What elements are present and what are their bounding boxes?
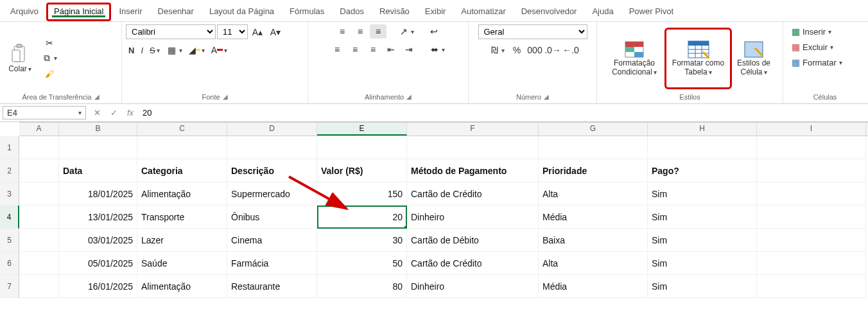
- column-header[interactable]: G: [539, 123, 648, 136]
- cell[interactable]: [539, 136, 648, 159]
- column-header[interactable]: D: [227, 123, 317, 136]
- insert-function-button[interactable]: fx: [122, 108, 139, 118]
- cell[interactable]: Restaurante: [227, 275, 317, 298]
- cell[interactable]: Baixa: [539, 229, 648, 252]
- insert-cells-button[interactable]: ▦Inserir▾: [787, 24, 834, 39]
- cell[interactable]: Dinheiro: [407, 275, 539, 298]
- align-left-button[interactable]: ≡: [329, 42, 345, 57]
- cell[interactable]: Cartão de Crédito: [407, 252, 539, 275]
- paste-button[interactable]: Colar▾: [4, 31, 36, 86]
- cell[interactable]: Supermercado: [227, 182, 317, 206]
- percent-button[interactable]: %: [508, 43, 525, 57]
- merge-center-button[interactable]: ⬌▾: [426, 42, 447, 57]
- italic-button[interactable]: I: [138, 44, 146, 57]
- cell[interactable]: [59, 136, 137, 159]
- bold-button[interactable]: N: [126, 44, 137, 57]
- cell[interactable]: [648, 136, 757, 159]
- dialog-launcher-icon[interactable]: ◢: [544, 93, 549, 101]
- cell[interactable]: [19, 252, 59, 275]
- tab-power-pivot[interactable]: Power Pivot: [621, 3, 681, 21]
- underline-button[interactable]: S▾: [147, 44, 162, 57]
- cell[interactable]: [227, 136, 317, 159]
- conditional-formatting-button[interactable]: Formatação Condicional▾: [607, 31, 662, 86]
- column-headers[interactable]: ABCDEFGHI: [19, 122, 868, 136]
- decrease-indent-button[interactable]: ⇤: [383, 42, 399, 57]
- cell[interactable]: 80: [317, 275, 407, 298]
- row-header[interactable]: 6: [0, 252, 19, 275]
- cell[interactable]: [757, 182, 866, 206]
- copy-button[interactable]: ⧉▾: [39, 51, 60, 66]
- format-cells-button[interactable]: ▦Formatar▾: [787, 55, 845, 69]
- align-center-button[interactable]: ≡: [347, 42, 363, 57]
- cell[interactable]: Valor (R$): [317, 159, 407, 182]
- cell[interactable]: Data: [59, 159, 137, 182]
- row-header[interactable]: 3: [0, 182, 19, 206]
- formula-input[interactable]: [139, 107, 868, 119]
- orientation-button[interactable]: ↗▾: [395, 24, 417, 39]
- tab-automatizar[interactable]: Automatizar: [453, 3, 513, 21]
- cell[interactable]: Sim: [648, 229, 757, 252]
- cell[interactable]: Sim: [648, 182, 757, 206]
- cell[interactable]: [19, 136, 59, 159]
- cell[interactable]: Farmácia: [227, 252, 317, 275]
- column-header[interactable]: A: [19, 123, 59, 136]
- cell[interactable]: Cartão de Débito: [407, 229, 539, 252]
- cell[interactable]: [757, 252, 866, 275]
- cell[interactable]: Alimentação: [137, 182, 227, 206]
- cell[interactable]: Alta: [539, 182, 648, 206]
- cut-button[interactable]: ✂: [39, 36, 60, 50]
- confirm-edit-button[interactable]: ✓: [105, 108, 122, 118]
- row-header[interactable]: 4: [0, 206, 19, 229]
- cell[interactable]: [137, 136, 227, 159]
- number-format-combo[interactable]: Geral: [478, 24, 587, 39]
- column-header[interactable]: C: [137, 123, 227, 136]
- align-bottom-button[interactable]: ≡: [370, 24, 386, 39]
- cell[interactable]: Alta: [539, 252, 648, 275]
- cell[interactable]: Descrição: [227, 159, 317, 182]
- row-header[interactable]: 1: [0, 136, 19, 159]
- cell[interactable]: [317, 136, 407, 159]
- cell[interactable]: [757, 275, 866, 298]
- row-header[interactable]: 7: [0, 275, 19, 298]
- dialog-launcher-icon[interactable]: ◢: [94, 93, 100, 101]
- tab-ajuda[interactable]: Ajuda: [584, 3, 621, 21]
- column-header[interactable]: H: [648, 123, 757, 136]
- column-header[interactable]: E: [317, 123, 407, 136]
- column-header[interactable]: I: [757, 123, 866, 136]
- fill-color-button[interactable]: ◢▾: [186, 43, 207, 57]
- column-header[interactable]: B: [59, 123, 137, 136]
- increase-indent-button[interactable]: ⇥: [401, 42, 417, 57]
- font-color-button[interactable]: A▾: [209, 43, 230, 57]
- cell[interactable]: 150: [317, 182, 407, 206]
- cell[interactable]: 16/01/2025: [59, 275, 137, 298]
- cell[interactable]: [19, 275, 59, 298]
- cell[interactable]: Sim: [648, 275, 757, 298]
- cancel-edit-button[interactable]: ✕: [89, 108, 105, 118]
- name-box[interactable]: E4▾: [3, 106, 86, 119]
- cell[interactable]: 20: [317, 206, 407, 229]
- cell[interactable]: 18/01/2025: [59, 182, 137, 206]
- tab-revisão[interactable]: Revisão: [372, 3, 417, 21]
- tab-dados[interactable]: Dados: [332, 3, 372, 21]
- cell[interactable]: [19, 206, 59, 229]
- cell[interactable]: Lazer: [137, 229, 227, 252]
- increase-font-button[interactable]: A▴: [249, 25, 266, 39]
- cell[interactable]: [19, 182, 59, 206]
- cell[interactable]: [19, 159, 59, 182]
- delete-cells-button[interactable]: ▦Excluir▾: [787, 40, 836, 54]
- cell[interactable]: Saúde: [137, 252, 227, 275]
- cell[interactable]: Cinema: [227, 229, 317, 252]
- cell[interactable]: 13/01/2025: [59, 206, 137, 229]
- accounting-format-button[interactable]: ₪▾: [486, 43, 507, 57]
- cell[interactable]: [757, 136, 866, 159]
- cell[interactable]: [757, 206, 866, 229]
- font-name-combo[interactable]: Calibri: [126, 24, 216, 39]
- tab-página-inicial[interactable]: Página Inicial: [46, 3, 111, 21]
- cell[interactable]: [757, 229, 866, 252]
- format-as-table-button[interactable]: Formatar como Tabela▾: [668, 31, 729, 86]
- cell[interactable]: 05/01/2025: [59, 252, 137, 275]
- cell[interactable]: Alimentação: [137, 275, 227, 298]
- cell[interactable]: 30: [317, 229, 407, 252]
- format-painter-button[interactable]: 🖌: [39, 67, 60, 81]
- dialog-launcher-icon[interactable]: ◢: [406, 93, 412, 101]
